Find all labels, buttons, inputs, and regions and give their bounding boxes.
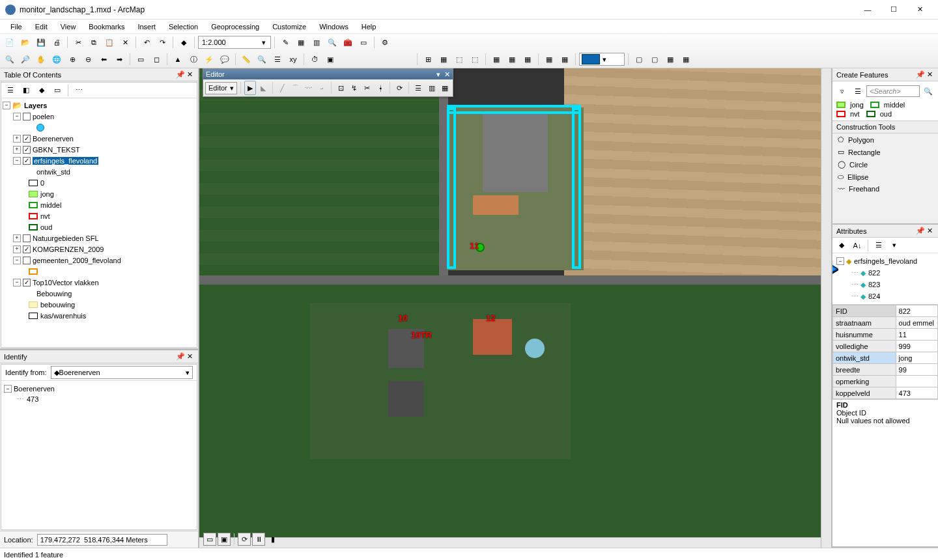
- template-item[interactable]: oud: [866, 110, 892, 118]
- pause-icon[interactable]: ⏸: [252, 533, 265, 546]
- georef-2-icon[interactable]: ⬚: [468, 52, 482, 66]
- attr-field-value[interactable]: jong: [896, 352, 937, 364]
- toc-item[interactable]: [1, 266, 197, 277]
- template-item[interactable]: nvt: [836, 110, 860, 118]
- checkbox[interactable]: [23, 234, 31, 242]
- pin-icon[interactable]: 📌: [916, 70, 925, 79]
- search-icon[interactable]: 🔍: [325, 35, 339, 49]
- attr-field-name[interactable]: opmerking: [833, 376, 896, 387]
- expander-icon[interactable]: +: [13, 146, 21, 154]
- toc-item[interactable]: +KOMGRENZEN_2009: [1, 244, 197, 255]
- menu-geoprocessing[interactable]: Geoprocessing: [205, 21, 266, 32]
- attr-field-name[interactable]: ontwik_std: [833, 352, 896, 364]
- close-button[interactable]: ✕: [907, 1, 933, 19]
- effects5-icon[interactable]: ▦: [679, 52, 693, 66]
- attr-field-value[interactable]: oud emmel: [896, 317, 937, 329]
- catalog-icon[interactable]: ▥: [309, 35, 324, 49]
- hyperlink-icon[interactable]: ⚡: [202, 52, 216, 66]
- toc-item[interactable]: −poelen: [1, 111, 197, 122]
- attr-field-value[interactable]: 99: [896, 364, 937, 376]
- construction-tool-polygon[interactable]: ⬠Polygon: [832, 133, 938, 146]
- search-input[interactable]: <Search>: [866, 85, 920, 97]
- georef-icon[interactable]: ⬚: [452, 52, 466, 66]
- list-by-source-icon[interactable]: ◧: [19, 83, 33, 98]
- checkbox[interactable]: [23, 146, 31, 154]
- attribute-grid[interactable]: FID822straatnaamoud emmelhuisnumme11voll…: [832, 304, 938, 399]
- checkbox[interactable]: [23, 157, 31, 165]
- edit-tool-icon[interactable]: ▶: [244, 81, 256, 95]
- paste-icon[interactable]: 📋: [102, 35, 117, 49]
- effects3-icon[interactable]: ▦: [520, 52, 535, 66]
- flicker-icon[interactable]: ▢: [647, 52, 662, 66]
- toolbar-dropdown-icon[interactable]: ▾: [436, 70, 440, 79]
- save-icon[interactable]: 💾: [34, 35, 48, 49]
- attr-field-name[interactable]: straatnaam: [833, 317, 896, 329]
- toc-item[interactable]: +GBKN_TEKST: [1, 144, 197, 155]
- toc-item[interactable]: kas/warenhuis: [1, 310, 197, 321]
- options-icon[interactable]: ⋯: [72, 83, 86, 98]
- arctoolbox-icon[interactable]: 🧰: [341, 35, 355, 49]
- time-slider-icon[interactable]: ⏱: [307, 52, 322, 66]
- close-icon[interactable]: ✕: [185, 70, 194, 79]
- open-icon[interactable]: 📂: [18, 35, 33, 49]
- filter-icon[interactable]: ▿: [835, 84, 849, 98]
- template-item[interactable]: jong: [836, 101, 864, 109]
- pin-icon[interactable]: 📌: [176, 352, 185, 361]
- attr-feature-row[interactable]: ⋯◆823: [832, 279, 938, 290]
- toc-item[interactable]: ontwik_std: [1, 166, 197, 177]
- identify-root[interactable]: Boerenerven: [14, 385, 55, 393]
- toc-item[interactable]: 0: [1, 177, 197, 188]
- snapping-icon[interactable]: ⊞: [421, 52, 435, 66]
- location-input[interactable]: [37, 534, 167, 546]
- toc-item[interactable]: middel: [1, 199, 197, 210]
- toc-root[interactable]: − 📂 Layers: [1, 100, 197, 111]
- attributes-icon[interactable]: ☰: [412, 81, 424, 95]
- toc-item[interactable]: −gemeenten_2009_flevoland: [1, 255, 197, 266]
- attr-layer-icon[interactable]: ◆: [834, 238, 849, 253]
- search-icon[interactable]: 🔍: [921, 84, 935, 98]
- list-by-visibility-icon[interactable]: ◆: [35, 83, 49, 98]
- identify-from-combo[interactable]: ◆ Boerenerven ▾: [51, 366, 193, 379]
- toc-body[interactable]: ☰ ◧ ◆ ▭ ⋯ − 📂 Layers −poelen+Boerenerven…: [1, 82, 197, 348]
- construction-tools[interactable]: ⬠Polygon▭Rectangle◯Circle⬭Ellipse〰Freeha…: [832, 133, 938, 195]
- fixed-zoom-out-icon[interactable]: ⊖: [81, 52, 95, 66]
- construction-tool-ellipse[interactable]: ⬭Ellipse: [832, 171, 938, 183]
- attr-filter-icon[interactable]: ☰: [872, 238, 886, 253]
- attr-field-value[interactable]: 473: [896, 387, 937, 399]
- print-icon[interactable]: 🖨: [50, 35, 64, 49]
- map-scrollbar-vertical[interactable]: [821, 68, 831, 548]
- expander-icon[interactable]: +: [13, 245, 21, 253]
- zoom-out-icon[interactable]: 🔎: [18, 52, 33, 66]
- editor-menu[interactable]: Editor▾: [205, 82, 237, 94]
- pan-icon[interactable]: ✋: [34, 52, 48, 66]
- cut-polygons-icon[interactable]: ✂: [362, 81, 373, 95]
- layout-view-button[interactable]: ▣: [218, 533, 231, 546]
- find-route-icon[interactable]: ☰: [270, 52, 285, 66]
- expander-icon[interactable]: +: [13, 234, 21, 242]
- toc-tree[interactable]: − 📂 Layers −poelen+Boerenerven+GBKN_TEKS…: [1, 98, 197, 322]
- toc-item[interactable]: −erfsingels_flevoland: [1, 155, 197, 166]
- toc-item[interactable]: bebouwing: [1, 299, 197, 310]
- model-icon[interactable]: ⚙: [378, 35, 392, 49]
- attr-field-name[interactable]: koppelveld: [833, 387, 896, 399]
- edit-vertices-icon[interactable]: ⊡: [335, 81, 347, 95]
- create-features-icon[interactable]: ▦: [439, 81, 451, 95]
- identify-icon[interactable]: ⓘ: [186, 52, 201, 66]
- effects4-icon[interactable]: ▦: [663, 52, 677, 66]
- attr-field-name[interactable]: volledighe: [833, 341, 896, 352]
- split-icon[interactable]: ⍿: [375, 81, 386, 95]
- close-icon[interactable]: ✕: [185, 352, 194, 361]
- list-by-drawing-icon[interactable]: ☰: [3, 83, 18, 98]
- close-icon[interactable]: ✕: [925, 70, 934, 79]
- group-icon[interactable]: ☰: [851, 84, 865, 98]
- pin-icon[interactable]: 📌: [916, 227, 925, 236]
- select-elements-icon[interactable]: ▲: [171, 52, 185, 66]
- attr-options-icon[interactable]: ▾: [887, 238, 902, 253]
- editor-toolbar[interactable]: Editor ▾ ✕ Editor▾ ▶ ◣ ╱ ⌒ 〰 ⨼ ⊡ ↯ ✂ ⍿: [203, 68, 453, 97]
- attr-field-value[interactable]: 11: [896, 329, 937, 341]
- feature-templates[interactable]: jongmiddelnvtoud: [834, 100, 937, 119]
- expander-icon[interactable]: −: [3, 102, 10, 109]
- html-popup-icon[interactable]: 💬: [218, 52, 232, 66]
- add-data-icon[interactable]: ◆: [177, 35, 191, 49]
- toc-item[interactable]: +Boerenerven: [1, 133, 197, 144]
